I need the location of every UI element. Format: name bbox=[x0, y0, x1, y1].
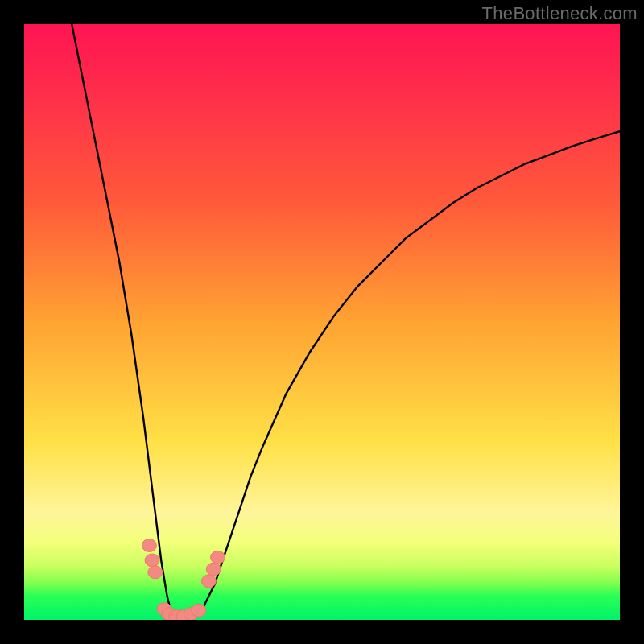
bottleneck-curve bbox=[72, 24, 620, 620]
plot-area bbox=[24, 24, 620, 620]
watermark-text: TheBottleneck.com bbox=[482, 3, 638, 24]
curve-marker bbox=[201, 575, 216, 588]
curve-marker bbox=[142, 539, 156, 552]
curve-marker bbox=[206, 563, 221, 576]
curve-markers bbox=[142, 539, 225, 621]
curve-marker bbox=[145, 554, 159, 567]
chart-frame: TheBottleneck.com bbox=[0, 0, 644, 644]
curve-marker bbox=[192, 604, 206, 617]
chart-svg bbox=[24, 24, 620, 620]
curve-marker bbox=[211, 551, 225, 564]
curve-marker bbox=[148, 566, 163, 579]
